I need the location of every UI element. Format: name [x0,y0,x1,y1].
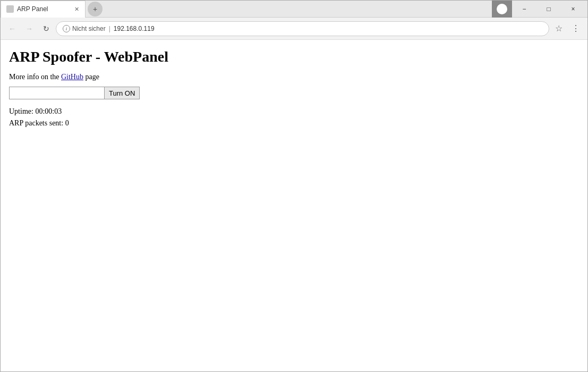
close-button[interactable]: × [561,1,585,18]
page-content: ARP Spoofer - WebPanel More info on the … [1,40,587,371]
bookmark-button[interactable]: ☆ [551,21,566,36]
back-icon: ← [8,24,16,33]
minimize-button[interactable]: − [512,1,536,18]
forward-button[interactable]: → [22,21,37,36]
back-button[interactable]: ← [5,21,20,36]
target-input[interactable] [9,87,105,99]
security-info: i Nicht sicher [63,25,106,32]
new-tab-button[interactable]: + [88,2,103,16]
security-label: Nicht sicher [72,25,106,32]
profile-icon [497,4,507,14]
forward-icon: → [25,24,33,33]
titlebar-left: ARP Panel ✕ + [1,1,492,18]
tab-favicon [6,5,14,13]
tab-close-button[interactable]: ✕ [72,5,81,13]
addressbar: ← → ↻ i Nicht sicher | 192.168.0.119 ☆ ⋮ [1,18,587,40]
info-text-before: More info on the [9,73,61,81]
address-divider: | [109,25,110,32]
uptime-label: Uptime: 00:00:03 [9,106,579,117]
reload-icon: ↻ [43,24,49,33]
menu-icon: ⋮ [572,23,580,33]
packets-label: ARP packets sent: 0 [9,117,579,129]
address-url: 192.168.0.119 [114,25,155,32]
control-form: Turn ON [9,87,579,99]
maximize-button[interactable]: □ [536,1,561,18]
page-title: ARP Spoofer - WebPanel [9,48,579,65]
tab-label: ARP Panel [17,5,48,13]
new-tab-icon: + [93,5,97,13]
stats-section: Uptime: 00:00:03 ARP packets sent: 0 [9,106,579,130]
window-controls: − □ × [512,1,587,18]
github-link[interactable]: GitHub [61,73,83,81]
browser-menu-button[interactable]: ⋮ [568,21,583,36]
star-icon: ☆ [555,23,563,33]
active-tab[interactable]: ARP Panel ✕ [1,1,86,18]
address-box[interactable]: i Nicht sicher | 192.168.0.119 [56,21,549,36]
profile-button[interactable] [492,1,512,18]
turn-on-button[interactable]: Turn ON [105,87,140,99]
info-icon: i [63,25,70,32]
info-text-after: page [83,73,99,81]
titlebar: ARP Panel ✕ + − □ × [1,1,587,18]
info-line: More info on the GitHub page [9,73,579,81]
reload-button[interactable]: ↻ [39,21,54,36]
